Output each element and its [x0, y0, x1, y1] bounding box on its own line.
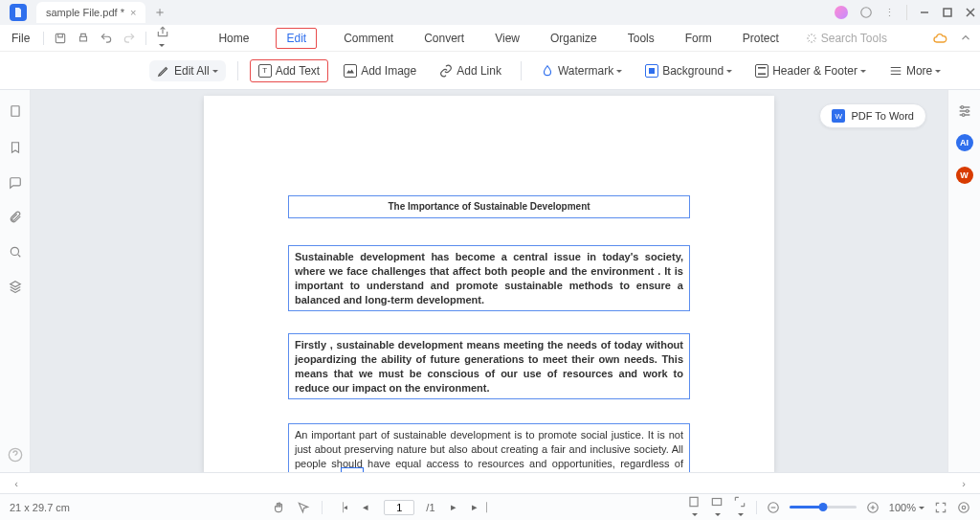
share-icon[interactable]	[156, 25, 169, 52]
menu-convert[interactable]: Convert	[420, 30, 468, 47]
last-page-icon[interactable]: ▸⎹	[472, 501, 485, 513]
search-tools[interactable]: Search Tools	[806, 32, 887, 45]
watermark-button[interactable]: Watermark	[533, 60, 630, 81]
cloud-icon[interactable]	[932, 31, 947, 46]
svg-rect-6	[11, 106, 18, 117]
menu-comment[interactable]: Comment	[340, 30, 397, 47]
status-bar: 21 x 29.7 cm ⎹◂ ◂ /1 ▸ ▸⎹ 100%	[0, 493, 980, 520]
kebab-menu-icon[interactable]: ⋮	[884, 7, 895, 19]
save-icon[interactable]	[54, 32, 67, 45]
layers-panel-icon[interactable]	[9, 280, 22, 293]
redo-icon[interactable]	[122, 32, 136, 45]
search-panel-icon[interactable]	[9, 245, 22, 259]
doc-paragraph-3[interactable]: An important part of sustainable develop…	[288, 423, 690, 472]
help-icon[interactable]	[8, 447, 23, 463]
edit-toolbar: Edit All T Add Text Add Image Add Link W…	[0, 52, 980, 90]
background-icon	[645, 64, 658, 78]
doc-title-block[interactable]: The Importance of Sustainable Developmen…	[288, 195, 690, 218]
page-number-input[interactable]	[384, 500, 414, 515]
add-text-button[interactable]: T Add Text	[250, 59, 328, 82]
svg-rect-1	[944, 9, 951, 16]
ai-assistant-icon[interactable]: AI	[956, 134, 973, 151]
window-maximize-icon[interactable]	[942, 7, 953, 18]
menu-view[interactable]: View	[491, 30, 523, 47]
document-page[interactable]: The Importance of Sustainable Developmen…	[204, 96, 774, 472]
bookmark-panel-icon[interactable]	[9, 140, 22, 155]
zoom-in-icon[interactable]	[866, 501, 880, 514]
settings-sliders-icon[interactable]	[957, 103, 972, 119]
collapse-ribbon-icon[interactable]	[959, 32, 972, 45]
word-icon: W	[832, 109, 845, 123]
tab-close-icon[interactable]: ×	[130, 7, 136, 18]
tab-title: sample File.pdf *	[46, 7, 124, 18]
doc-paragraph-2[interactable]: Firstly , sustainable development means …	[288, 333, 690, 399]
page-dimensions: 21 x 29.7 cm	[10, 502, 70, 513]
sparkle-icon	[806, 33, 817, 44]
prev-page-icon[interactable]: ◂	[359, 501, 372, 513]
link-icon	[439, 64, 453, 78]
print-icon[interactable]	[77, 32, 90, 45]
menu-protect[interactable]: Protect	[739, 30, 783, 47]
svg-rect-4	[758, 67, 766, 69]
page-panel-icon[interactable]	[9, 103, 22, 119]
add-image-button[interactable]: Add Image	[336, 60, 424, 81]
right-sidebar: AI W	[947, 90, 980, 472]
comment-panel-icon[interactable]	[9, 176, 22, 190]
page-layout-icon[interactable]	[687, 495, 701, 520]
svg-rect-5	[758, 73, 766, 75]
menu-tools[interactable]: Tools	[624, 30, 658, 47]
zoom-out-icon[interactable]	[767, 501, 780, 514]
menu-organize[interactable]: Organize	[546, 30, 601, 47]
app-icon	[10, 4, 27, 21]
reading-mode-icon[interactable]	[710, 495, 724, 520]
svg-rect-2	[56, 34, 65, 42]
zoom-level[interactable]: 100%	[889, 502, 924, 513]
edit-all-button[interactable]: Edit All	[149, 60, 226, 81]
svg-point-10	[966, 110, 969, 113]
fit-mode-icon[interactable]	[733, 495, 746, 520]
menu-edit[interactable]: Edit	[276, 28, 317, 49]
menu-home[interactable]: Home	[214, 30, 253, 47]
svg-point-9	[961, 106, 964, 109]
svg-rect-3	[80, 36, 87, 41]
avatar-icon[interactable]	[835, 6, 848, 19]
menu-form[interactable]: Form	[681, 30, 716, 47]
svg-point-7	[11, 247, 18, 255]
menu-file[interactable]: File	[8, 30, 33, 47]
hand-tool-icon[interactable]	[272, 501, 285, 514]
svg-point-16	[959, 502, 969, 512]
zoom-slider[interactable]	[790, 506, 857, 509]
document-tab[interactable]: sample File.pdf * ×	[36, 2, 145, 23]
pdf-to-word-button[interactable]: W PDF To Word	[819, 103, 926, 128]
window-minimize-icon[interactable]	[919, 7, 930, 18]
read-mode-icon[interactable]	[957, 501, 970, 514]
svg-point-0	[861, 8, 872, 18]
document-canvas[interactable]: W PDF To Word The Importance of Sustaina…	[31, 90, 947, 472]
page-total: /1	[426, 502, 434, 513]
text-icon: T	[258, 64, 272, 78]
notifications-icon[interactable]	[859, 6, 873, 19]
navigation-bar: ‹ ›	[0, 472, 980, 493]
word-app-icon[interactable]: W	[956, 167, 973, 184]
next-page-icon[interactable]: ▸	[447, 501, 460, 513]
doc-paragraph-1[interactable]: Sustainable development has become a cen…	[288, 245, 690, 311]
background-button[interactable]: Background	[637, 60, 740, 81]
text-cursor-box[interactable]	[341, 467, 364, 472]
fullscreen-icon[interactable]	[934, 501, 947, 514]
undo-icon[interactable]	[100, 32, 113, 45]
window-close-icon[interactable]	[965, 7, 976, 18]
nav-prev-icon[interactable]: ‹	[8, 478, 25, 489]
menu-bar: File Home Edit Comment Convert View Orga…	[0, 25, 980, 52]
svg-rect-12	[690, 497, 698, 506]
attachment-panel-icon[interactable]	[9, 211, 22, 224]
more-button[interactable]: More	[881, 60, 948, 81]
pencil-icon	[157, 64, 170, 78]
add-link-button[interactable]: Add Link	[432, 60, 509, 81]
svg-point-17	[962, 506, 966, 509]
hamburger-icon	[889, 64, 902, 78]
first-page-icon[interactable]: ⎹◂	[334, 501, 347, 513]
header-footer-button[interactable]: Header & Footer	[747, 60, 874, 81]
select-tool-icon[interactable]	[297, 501, 310, 514]
new-tab-button[interactable]: ＋	[153, 4, 167, 21]
nav-next-icon[interactable]: ›	[955, 478, 972, 489]
